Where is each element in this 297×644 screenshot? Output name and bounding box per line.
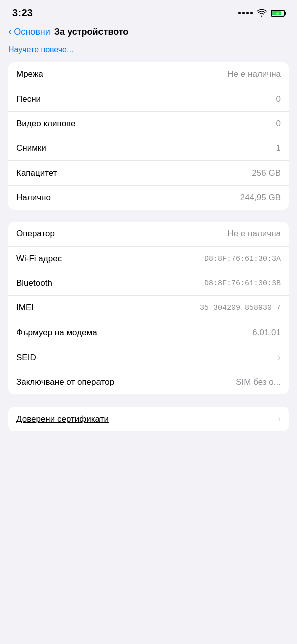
- row-value: Не е налична: [227, 69, 281, 79]
- row-label: Оператор: [16, 229, 55, 239]
- row-label: Налично: [16, 193, 51, 203]
- learn-more-link[interactable]: Научете повече...: [8, 45, 73, 54]
- row-label-bluetooth: Bluetooth: [16, 278, 52, 288]
- table-row: Капацитет 256 GB: [8, 161, 289, 186]
- row-value-bluetooth-address: D8:8F:76:61:30:3B: [204, 279, 281, 288]
- wifi-icon: [257, 9, 267, 17]
- row-value: 244,95 GB: [240, 193, 281, 203]
- row-label: Wi-Fi адрес: [16, 254, 62, 264]
- table-row: Оператор Не е налична: [8, 222, 289, 247]
- row-label: Видео клипове: [16, 119, 75, 129]
- table-row: Wi-Fi адрес D8:8F:76:61:30:3A: [8, 247, 289, 271]
- nav-bar: ‹ Основни За устройството: [0, 23, 297, 43]
- table-row: Снимки 1: [8, 136, 289, 161]
- row-label: Мрежа: [16, 69, 43, 79]
- row-value: 256 GB: [252, 168, 281, 178]
- battery-icon: ⚡: [271, 10, 285, 17]
- status-time: 3:23: [12, 7, 33, 19]
- back-button[interactable]: ‹ Основни: [8, 27, 50, 37]
- chevron-right-icon: ›: [278, 352, 281, 363]
- table-row-trusted-certs[interactable]: Доверени сертификати ›: [8, 407, 289, 431]
- table-row: Мрежа Не е налична: [8, 62, 289, 87]
- row-value: 0: [276, 119, 281, 129]
- table-row: Заключване от оператор SIM без о...: [8, 370, 289, 394]
- row-value: 6.01.01: [252, 328, 281, 338]
- status-icons: ⚡: [238, 9, 285, 17]
- row-label: Фърмуер на модема: [16, 328, 97, 338]
- row-value: Не е налична: [227, 229, 281, 239]
- table-row: IMEI 35 304209 858930 7: [8, 296, 289, 320]
- chevron-right-icon: ›: [278, 414, 281, 424]
- settings-group-3: Доверени сертификати ›: [8, 407, 289, 431]
- row-label: Снимки: [16, 143, 46, 153]
- table-row: Налично 244,95 GB: [8, 186, 289, 210]
- row-label-trusted-certs: Доверени сертификати: [16, 414, 109, 424]
- back-chevron-icon: ‹: [8, 26, 12, 37]
- row-label-seid: SEID: [16, 353, 36, 363]
- table-row: Видео клипове 0: [8, 112, 289, 136]
- row-value-wifi-address: D8:8F:76:61:30:3A: [204, 255, 281, 263]
- page-title: За устройството: [54, 27, 129, 37]
- row-label-carrier-lock: Заключване от оператор: [16, 377, 114, 387]
- learn-more-section: Научете повече...: [0, 43, 297, 62]
- row-value: 0: [276, 94, 281, 104]
- row-label: Песни: [16, 94, 41, 104]
- settings-group-2: Оператор Не е налична Wi-Fi адрес D8:8F:…: [8, 222, 289, 394]
- table-row: Фърмуер на модема 6.01.01: [8, 320, 289, 345]
- row-value-imei: 35 304209 858930 7: [200, 304, 281, 312]
- row-value: 1: [276, 143, 281, 153]
- signal-icon: [238, 12, 253, 14]
- table-row-seid[interactable]: SEID ›: [8, 345, 289, 370]
- back-label: Основни: [14, 27, 50, 37]
- table-row: Bluetooth D8:8F:76:61:30:3B: [8, 271, 289, 296]
- status-bar: 3:23 ⚡: [0, 0, 297, 23]
- row-label-imei: IMEI: [16, 303, 34, 313]
- row-label: Капацитет: [16, 168, 57, 178]
- row-value-carrier-lock: SIM без о...: [236, 377, 281, 387]
- table-row: Песни 0: [8, 87, 289, 112]
- settings-group-1: Мрежа Не е налична Песни 0 Видео клипове…: [8, 62, 289, 210]
